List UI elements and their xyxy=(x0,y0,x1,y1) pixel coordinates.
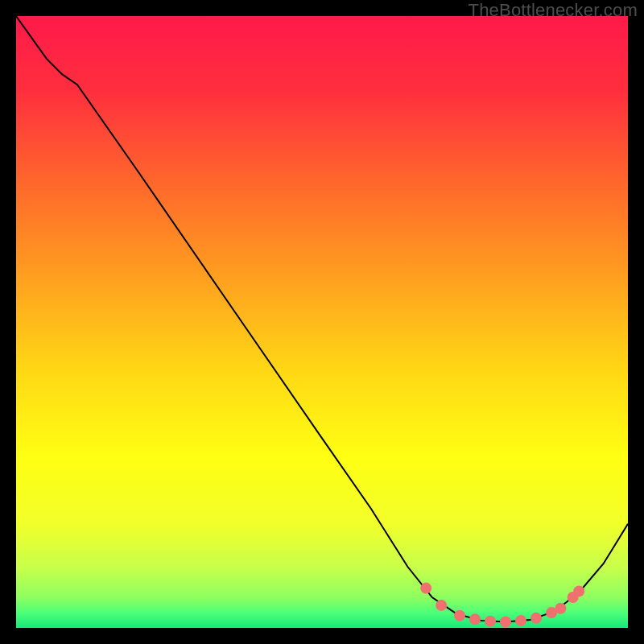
chart-container: TheBottlenecker.com xyxy=(0,0,644,644)
marker-point xyxy=(454,610,465,621)
marker-point xyxy=(485,616,496,627)
marker-point xyxy=(515,615,526,626)
marker-point xyxy=(530,613,542,624)
marker-point xyxy=(500,616,511,627)
chart-plot xyxy=(16,16,628,628)
marker-point xyxy=(436,600,447,611)
marker-point xyxy=(573,585,584,597)
marker-point xyxy=(469,613,481,625)
marker-point xyxy=(420,583,431,594)
marker-point xyxy=(555,603,566,614)
chart-background xyxy=(16,16,628,628)
watermark-text: TheBottlenecker.com xyxy=(469,0,638,21)
